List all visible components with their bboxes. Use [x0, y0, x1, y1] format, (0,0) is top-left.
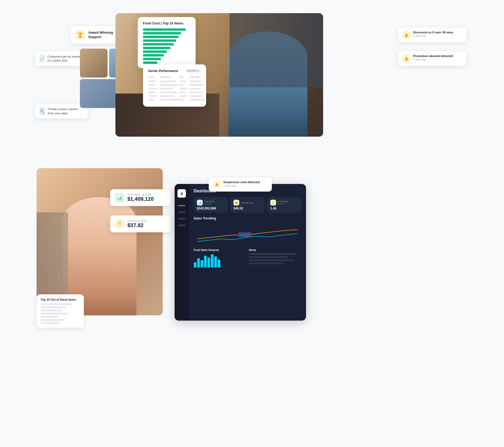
suspicious-icon: ⚠️ — [213, 181, 221, 188]
oos-lines — [41, 303, 80, 324]
food-cost-title: Food Cost | Top 10 Items — [143, 21, 190, 25]
table-cell-line — [160, 99, 180, 101]
food-cost-bar — [143, 61, 157, 64]
total-sales-card: 📊 Total Sales ▲ 0.50 $1,409,120 — [110, 189, 171, 206]
food-cost-card: Food Cost | Top 10 Items — [138, 17, 196, 68]
food-sales-bar — [204, 256, 207, 268]
col-totalsales: Total Sales — [190, 76, 204, 78]
col-tips: Tips — [179, 76, 189, 78]
alert-line-2 — [249, 256, 288, 258]
food-cost-bar — [143, 39, 176, 42]
alert-promotion-card: ⚠️ Promotion abused detected 5 days ago — [398, 51, 466, 66]
server-rows — [148, 80, 201, 101]
food-cost-bar — [143, 47, 170, 49]
metric-val-1: $242,052,868 — [197, 207, 225, 210]
alert-2-text: Promotion abused detected 5 days ago — [413, 54, 453, 61]
alert-icon-1: ⚠️ — [402, 31, 411, 39]
dashboard-alerts-section: Alerts — [249, 249, 301, 268]
table-cell-line — [148, 84, 155, 86]
food-sales-section: Food Sales Analysis — [194, 249, 246, 268]
col-score: Score — [148, 76, 159, 78]
food-cost-bar-row — [143, 47, 190, 49]
total-sales-label: Total Sales — [128, 193, 140, 196]
monthly-dropdown[interactable]: Monthly ▾ — [185, 69, 201, 73]
suspicious-void-card: ⚠️ Suspicious void detected 2 days ago — [209, 177, 272, 192]
suspicious-subtitle: 2 days ago — [223, 184, 260, 187]
total-sales-info: Total Sales ▲ 0.50 $1,409,120 — [128, 193, 154, 202]
sales-trending-section: Sales Trending — — — — [194, 217, 301, 245]
metric-val-2: $46.52 — [233, 207, 261, 210]
nav-icon-3[interactable] — [178, 218, 185, 219]
chevron-down-icon: ▾ — [197, 69, 199, 72]
table-cell-line — [190, 88, 200, 90]
avg-stock-card: ⏱ Avg Out of Stock $37.82 — [110, 215, 171, 232]
table-cell-line — [160, 84, 178, 86]
nav-icon-1[interactable] — [178, 205, 185, 206]
nav-icon-4[interactable] — [178, 225, 185, 226]
table-cell-line — [160, 80, 176, 82]
metric-avg-item: 🧺 Average Item $46.52 — [230, 197, 264, 213]
col-employee: Employee — [160, 76, 178, 78]
server-perf-title: Server Performance — [148, 69, 178, 73]
food-cost-bar-row — [143, 58, 190, 60]
monthly-label: Monthly — [187, 69, 196, 72]
suspicious-title: Suspicious void detected — [223, 181, 260, 184]
alert-discounts-card: ⚠️ Discounts to 0 over 30 mins 3 days ag… — [398, 28, 466, 42]
photo-1 — [80, 49, 108, 78]
oos-line-item — [41, 322, 60, 324]
reports-icon: 🔧 — [39, 107, 45, 115]
food-cost-bar-row — [143, 39, 190, 42]
server-table-row — [148, 84, 201, 86]
server-table-row — [148, 95, 201, 97]
sales-trending-title: Sales Trending — [194, 217, 301, 220]
server-table-row — [148, 91, 201, 93]
food-sales-chart — [194, 253, 246, 268]
table-cell-line — [179, 99, 184, 101]
food-cost-bar — [143, 28, 186, 31]
roi-text: Customers get an average of 3,318% ROI — [47, 54, 83, 63]
alert-1-text: Discounts to 0 over 30 mins 3 days ago — [413, 31, 454, 37]
alert-line-1 — [249, 253, 296, 255]
alert-icon-2: ⚠️ — [402, 54, 411, 63]
oos-line-item — [41, 319, 64, 321]
food-cost-bar-row — [143, 61, 190, 64]
suspicious-text: Suspicious void detected 2 days ago — [223, 181, 260, 187]
oos-line-item — [41, 316, 58, 318]
table-cell-line — [179, 88, 187, 90]
food-cost-bar — [143, 54, 164, 56]
food-cost-bar — [143, 58, 161, 60]
server-table-row — [148, 99, 201, 101]
table-cell-line — [148, 88, 157, 90]
oos-line-item — [41, 306, 66, 308]
table-cell-line — [190, 84, 204, 86]
nav-icon-2[interactable] — [178, 212, 185, 213]
sales-trending-chart: — — — — [194, 222, 301, 245]
metric-total-sales: 📊 Total Sales ▲ 0.60 $242,052,868 — [194, 197, 228, 213]
food-cost-bar-row — [143, 28, 190, 31]
food-sales-bar — [207, 258, 210, 268]
avg-stock-label: Avg Out of Stock — [128, 219, 147, 222]
avg-stock-value: $37.82 — [128, 222, 147, 228]
metric-label-3: Avg Basket — [278, 200, 298, 203]
total-sales-value: $1,409,120 — [128, 196, 154, 202]
metric-sublabel-3: ▲ 0.15 — [278, 203, 298, 205]
table-cell-line — [179, 91, 185, 93]
food-cost-bar — [143, 36, 179, 38]
alert-1-title: Discounts to 0 over 30 mins — [413, 31, 454, 34]
table-cell-line — [160, 95, 174, 97]
metric-avg-basket: 🛒 Avg Basket ▲ 0.15 1.46 — [267, 197, 301, 213]
avg-stock-info: Avg Out of Stock $37.82 — [128, 219, 147, 228]
oos-title: Top 10 Out of Stock Items — [41, 298, 80, 301]
metric-val-3: 1.46 — [270, 207, 298, 210]
roi-icon: 📈 — [39, 54, 45, 63]
alert-2-subtitle: 5 days ago — [413, 58, 453, 61]
dashboard-metrics: 📊 Total Sales ▲ 0.60 $242,052,868 🧺 Aver… — [194, 197, 301, 213]
avg-stock-icon: ⏱ — [115, 219, 124, 229]
food-sales-bar — [194, 262, 196, 268]
table-cell-line — [148, 95, 157, 97]
server-table-row — [148, 80, 201, 82]
food-cost-bar — [143, 50, 167, 53]
metric-icon-3: 🛒 — [270, 200, 276, 205]
table-cell-line — [190, 91, 203, 93]
food-sales-bar — [197, 258, 200, 268]
